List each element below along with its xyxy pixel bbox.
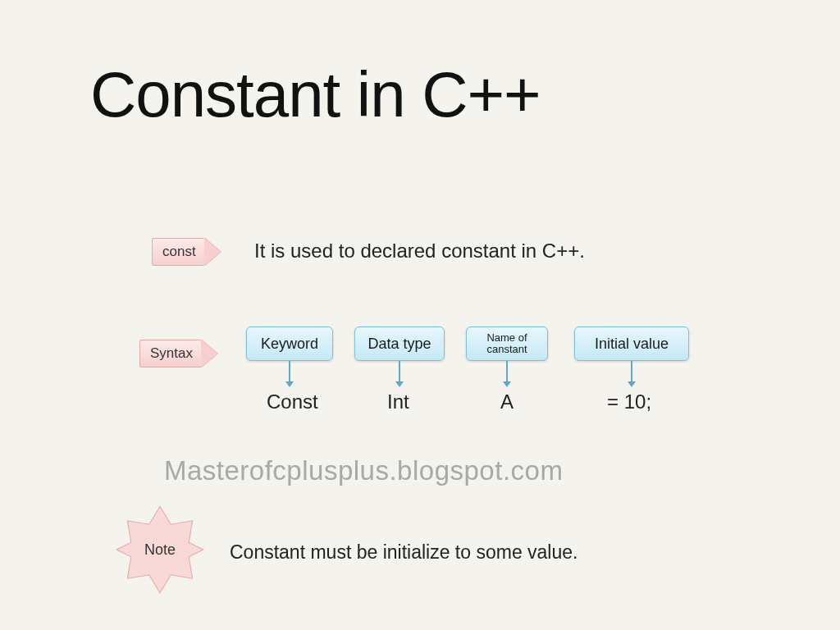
note-description: Constant must be initialize to some valu… xyxy=(230,541,578,564)
box-datatype: Data type xyxy=(354,326,445,361)
arrow-down-icon xyxy=(289,361,290,382)
arrow-down-icon xyxy=(399,361,400,382)
note-tag-label: Note xyxy=(144,541,176,559)
box-keyword: Keyword xyxy=(246,326,333,361)
const-arrow-tag: const xyxy=(152,238,221,266)
box-initial: Initial value xyxy=(574,326,689,361)
arrow-down-icon xyxy=(506,361,508,382)
arrow-down-icon xyxy=(631,361,632,382)
syntax-tag-label: Syntax xyxy=(139,340,201,368)
box-nameof: Name of canstant xyxy=(466,326,548,361)
page-title: Constant in C++ xyxy=(90,57,541,132)
code-assign: = 10; xyxy=(607,390,651,413)
code-name: A xyxy=(500,390,514,413)
arrow-right-icon xyxy=(204,238,221,266)
const-tag-label: const xyxy=(152,238,204,266)
watermark: Masterofcplusplus.blogspot.com xyxy=(164,455,563,486)
code-keyword: Const xyxy=(267,390,318,413)
note-starburst: Note xyxy=(115,504,205,595)
arrow-right-icon xyxy=(201,340,217,368)
code-datatype: Int xyxy=(387,390,409,413)
const-description: It is used to declared constant in C++. xyxy=(254,240,585,262)
syntax-arrow-tag: Syntax xyxy=(139,340,217,368)
